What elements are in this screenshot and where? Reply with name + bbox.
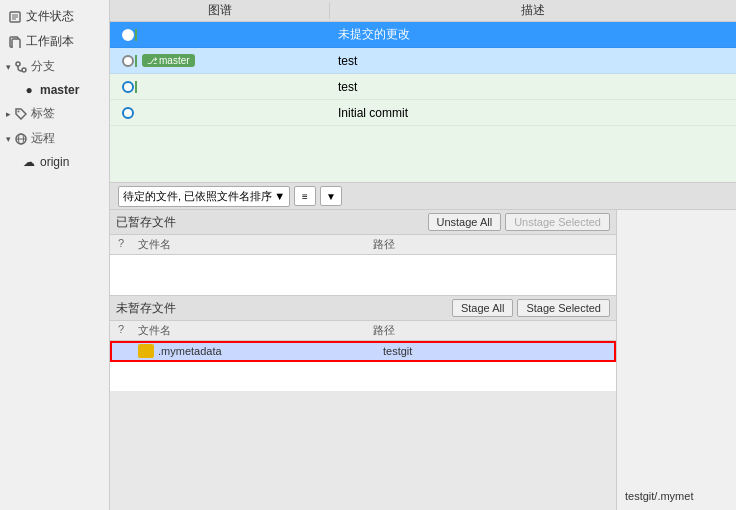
right-panel: testgit/.mymet — [616, 210, 736, 510]
branch-icon — [14, 60, 28, 74]
staged-col-path: 路径 — [373, 237, 608, 252]
commit-desc: test — [330, 80, 736, 94]
chevron-icon: ▾ — [6, 62, 11, 72]
chevron-icon: ▸ — [6, 109, 11, 119]
commit-dot — [122, 29, 134, 41]
commit-row-test[interactable]: test — [110, 74, 736, 100]
file-type-icon — [138, 344, 154, 358]
commit-graph-col: ⎇ master — [110, 54, 330, 67]
unstaged-files-list: .mymetadata testgit — [110, 341, 616, 391]
sidebar-item-label: 文件状态 — [26, 8, 74, 25]
sidebar-item-label: 工作副本 — [26, 33, 74, 50]
commit-row-initial[interactable]: Initial commit — [110, 100, 736, 126]
graph-line — [135, 29, 137, 41]
staged-section-header: 已暂存文件 Unstage All Unstage Selected — [110, 210, 616, 235]
file-status-icon — [8, 10, 22, 24]
unstaged-col-path: 路径 — [373, 323, 608, 338]
commit-desc: Initial commit — [330, 106, 736, 120]
sidebar-item-master[interactable]: ● master — [0, 79, 109, 101]
desc-column-header: 描述 — [330, 2, 736, 19]
view-toggle-button[interactable]: ▼ — [320, 186, 342, 206]
unstage-selected-button[interactable]: Unstage Selected — [505, 213, 610, 231]
staged-buttons: Unstage All Unstage Selected — [428, 213, 611, 231]
stage-selected-button[interactable]: Stage Selected — [517, 299, 610, 317]
commit-dot — [122, 107, 134, 119]
branch-tag-label: master — [159, 55, 190, 66]
commit-graph: 未提交的更改 ⎇ master test — [110, 22, 736, 182]
commit-desc: 未提交的更改 — [330, 26, 736, 43]
filter-label: 待定的文件, 已依照文件名排序 — [123, 189, 272, 204]
file-row[interactable]: .mymetadata testgit — [110, 341, 616, 362]
unstaged-col-indicator: ? — [118, 323, 138, 338]
staged-files-list — [110, 255, 616, 295]
commit-graph-col — [110, 81, 330, 93]
list-icon: ≡ — [302, 191, 308, 202]
toggle-icon: ▼ — [326, 191, 336, 202]
working-copy-icon — [8, 35, 22, 49]
dot-icon: ● — [22, 83, 36, 97]
filter-dropdown[interactable]: 待定的文件, 已依照文件名排序 ▼ — [118, 186, 290, 207]
sidebar-section-tags[interactable]: ▸ 标签 — [0, 101, 109, 126]
remote-icon — [14, 132, 28, 146]
commit-graph-col — [110, 107, 330, 119]
unstaged-section: 未暂存文件 Stage All Stage Selected ? 文件名 路径 — [110, 296, 616, 391]
commit-dot — [122, 81, 134, 93]
graph-line — [135, 81, 137, 93]
chevron-icon: ▾ — [6, 134, 11, 144]
svg-point-9 — [18, 110, 20, 112]
column-headers: 图谱 描述 — [110, 0, 736, 22]
svg-point-6 — [16, 62, 20, 66]
sidebar-item-label: 分支 — [31, 58, 55, 75]
commit-graph-col — [110, 29, 330, 41]
staged-section: 已暂存文件 Unstage All Unstage Selected ? 文件名… — [110, 210, 616, 296]
unstaged-col-name: 文件名 — [138, 323, 373, 338]
staged-col-indicator: ? — [118, 237, 138, 252]
graph-line — [135, 55, 137, 67]
files-toolbar: 待定的文件, 已依照文件名排序 ▼ ≡ ▼ — [110, 182, 736, 210]
sidebar-item-label: origin — [40, 155, 69, 169]
commit-row-uncommitted[interactable]: 未提交的更改 — [110, 22, 736, 48]
file-path: testgit — [383, 345, 608, 357]
commit-desc: test — [330, 54, 736, 68]
tag-icon — [14, 107, 28, 121]
staged-col-name: 文件名 — [138, 237, 373, 252]
file-name: .mymetadata — [158, 345, 383, 357]
graph-column-header: 图谱 — [110, 2, 330, 19]
unstaged-title: 未暂存文件 — [116, 300, 176, 317]
sidebar: 文件状态 工作副本 ▾ 分支 ● master ▸ 标签 ▾ 远程 ☁ orig… — [0, 0, 110, 510]
sidebar-item-label: master — [40, 83, 79, 97]
sidebar-item-file-status[interactable]: 文件状态 — [0, 4, 109, 29]
unstaged-buttons: Stage All Stage Selected — [452, 299, 610, 317]
sidebar-section-branches[interactable]: ▾ 分支 — [0, 54, 109, 79]
sidebar-section-remote[interactable]: ▾ 远程 — [0, 126, 109, 151]
unstaged-table-header: ? 文件名 路径 — [110, 321, 616, 341]
main-area: 图谱 描述 未提交的更改 ⎇ master — [110, 0, 736, 510]
svg-rect-5 — [12, 39, 20, 48]
svg-point-7 — [22, 68, 26, 72]
cloud-icon: ☁ — [22, 155, 36, 169]
right-panel-text: testgit/.mymet — [625, 490, 693, 502]
commit-row-branch[interactable]: ⎇ master test — [110, 48, 736, 74]
staged-table-header: ? 文件名 路径 — [110, 235, 616, 255]
branch-tag: ⎇ master — [142, 54, 195, 67]
sidebar-item-label: 远程 — [31, 130, 55, 147]
sidebar-item-label: 标签 — [31, 105, 55, 122]
sidebar-item-origin[interactable]: ☁ origin — [0, 151, 109, 173]
sidebar-item-working-copy[interactable]: 工作副本 — [0, 29, 109, 54]
commit-dot — [122, 55, 134, 67]
stage-all-button[interactable]: Stage All — [452, 299, 513, 317]
branch-icon-small: ⎇ — [147, 56, 157, 66]
view-list-button[interactable]: ≡ — [294, 186, 316, 206]
dropdown-arrow-icon: ▼ — [274, 190, 285, 202]
unstaged-section-header: 未暂存文件 Stage All Stage Selected — [110, 296, 616, 321]
staged-title: 已暂存文件 — [116, 214, 176, 231]
unstage-all-button[interactable]: Unstage All — [428, 213, 502, 231]
